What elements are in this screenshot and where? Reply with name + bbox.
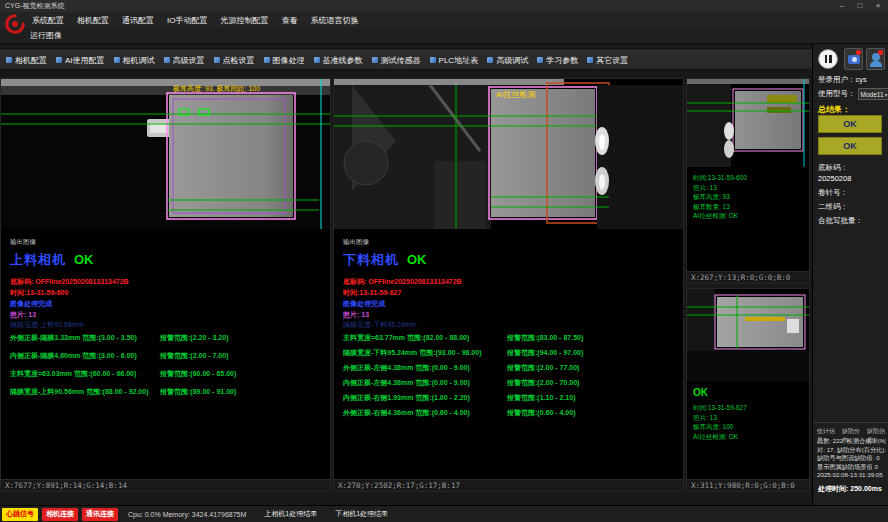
alarm-range: 报警范围:(2.00 - 70.00) xyxy=(507,378,579,388)
toolbar-item[interactable]: 其它设置 xyxy=(587,55,628,66)
pause-button[interactable] xyxy=(818,49,838,69)
aux1-coordinate-bar: X:267;Y:13;R:0;G:0;B:0 xyxy=(687,271,809,283)
toolbar-item-label: 相机配置 xyxy=(15,55,47,66)
toolbar-item-label: 基准线参数 xyxy=(323,55,363,66)
measurement-row: 内侧正极-隔膜4.60mm 范围:(3.00 - 6.00) 报警范围:(2.0… xyxy=(1,351,330,361)
measurement-list: 外侧正极-隔膜3.33mm 范围:(3.00 - 3.50) 报警范围:(2.2… xyxy=(1,333,330,405)
model-select[interactable]: Mode11 ▾ xyxy=(858,88,888,100)
cpu-memory-readout: Cpu: 0.0% Memory: 3424.41796875M xyxy=(128,511,246,518)
toolbar-item[interactable]: 点检设置 xyxy=(214,55,255,66)
camera-tool-button[interactable] xyxy=(844,48,863,70)
camera-title: 下料相机OK xyxy=(343,251,427,269)
toolbar-item[interactable]: 图像处理 xyxy=(264,55,305,66)
alarm-range: 报警范围:(2.00 - 77.00) xyxy=(507,363,579,373)
chevron-down-icon: ▾ xyxy=(884,91,887,98)
minimize-button[interactable]: – xyxy=(837,0,847,12)
time-line: 时间:13-31-59-600 xyxy=(10,288,68,298)
measurement-value: 外侧正极-隔膜3.33mm 范围:(3.00 - 3.50) xyxy=(10,333,160,343)
toolbar-item[interactable]: 高级设置 xyxy=(164,55,205,66)
lower-overlay-text: AI拉丝检测 xyxy=(496,90,536,99)
aux-camera-image-2[interactable] xyxy=(687,289,809,381)
measurement-row: 外侧正极-隔膜3.33mm 范围:(3.00 - 3.50) 报警范围:(2.2… xyxy=(1,333,330,343)
window-controls: – □ × xyxy=(837,0,883,12)
barcode-line: 底标码: OFFline2025020813313472B xyxy=(343,277,462,287)
upper-camera-image[interactable]: 极耳高度: 93. 极耳间距: 100 xyxy=(1,79,330,229)
camera-name: 下料相机 xyxy=(343,252,399,267)
measurement-row: 外侧正极-右侧4.36mm 范围:(0.60 - 4.00) 报警范围:(0.6… xyxy=(334,408,683,418)
alarm-range: 报警范围:(1.10 - 2.10) xyxy=(507,393,575,403)
photo-count-line: 照片: 13 xyxy=(10,310,36,320)
menu-item[interactable]: 相机配置 xyxy=(77,15,109,26)
toolbar-item-label: 图像处理 xyxy=(273,55,305,66)
pixel-readout: X:311;Y:980;R:0;G:0;B:0 xyxy=(691,481,795,490)
app-logo-icon xyxy=(4,13,26,35)
alarm-range: 报警范围:(0.60 - 4.00) xyxy=(507,408,575,418)
toolbar-item-label: 其它设置 xyxy=(596,55,628,66)
result-ok-badge: OK xyxy=(74,252,94,267)
menu-item[interactable]: 通讯配置 xyxy=(122,15,154,26)
alarm-range: 报警范围:(89.00 - 91.00) xyxy=(160,387,236,397)
toolbar-item-label: PLC地址表 xyxy=(439,55,479,66)
upper-coordinate-bar: X:7677;Y:891;R:14;G:14;B:14 xyxy=(1,479,330,491)
toolbar-item[interactable]: 相机配置 xyxy=(6,55,47,66)
stats-line: 总数: 222, 检测合格率(%): xyxy=(817,437,886,446)
lower-camera-result-status: 下相机1处理结果 xyxy=(335,509,388,519)
aux-camera-image-1[interactable] xyxy=(687,79,809,167)
toolbar-item-label: 高级设置 xyxy=(173,55,205,66)
toolbar-item[interactable]: 高级调试 xyxy=(487,55,528,66)
toolbar-item[interactable]: AI使用配置 xyxy=(56,55,105,66)
upper-camera-panel: 极耳高度: 93. 极耳间距: 100 输出图像 上料相机OK 底标码: OFF… xyxy=(0,78,331,492)
aux-result-line: 极耳高度: 93 xyxy=(693,192,809,202)
measurement-row: 隔膜宽度-下料95.24mm 范围:(93.00 - 98.00) 报警范围:(… xyxy=(334,348,683,358)
aux-result-line: 极耳高度: 100 xyxy=(693,422,809,432)
toolbar-item-icon xyxy=(314,57,320,63)
toolbar-item-icon xyxy=(164,57,170,63)
toolbar-item-icon xyxy=(430,57,436,63)
menu-item[interactable]: IO手动配置 xyxy=(167,15,207,26)
measurement-row: 内侧正极-右侧1.93mm 范围:(1.00 - 2.20) 报警范围:(1.1… xyxy=(334,393,683,403)
tab-run-image[interactable]: 运行图像 xyxy=(30,30,62,41)
toolbar-item[interactable]: PLC地址表 xyxy=(430,55,479,66)
model-value: Mode11 xyxy=(861,91,884,98)
menu-item[interactable]: 查看 xyxy=(281,15,297,26)
camera-icon xyxy=(848,55,860,64)
sidebar-barcode-value: 20250208 xyxy=(818,174,851,183)
login-user-label: 登录用户： xyxy=(818,75,856,84)
toolbar-item-icon xyxy=(487,57,493,63)
operator-tool-button[interactable] xyxy=(866,48,885,70)
toolbar-item-label: 相机调试 xyxy=(123,55,155,66)
total-result-label: 总结果： xyxy=(818,104,850,115)
toolbar-item[interactable]: 测试传感器 xyxy=(372,55,421,66)
menu-item[interactable]: 系统配置 xyxy=(32,15,64,26)
aux-result-line: AI拉丝检测: OK xyxy=(693,432,809,442)
aux-result-line: 时间:13-31-59-627 xyxy=(693,403,809,413)
batch-write-label: 合批写批量： xyxy=(818,216,863,226)
sidebar-barcode-label: 底标码： xyxy=(818,163,848,173)
lower-camera-image[interactable]: AI拉丝检测 xyxy=(334,79,683,229)
alarm-range: 报警范围:(83.00 - 87.50) xyxy=(507,333,583,343)
close-button[interactable]: × xyxy=(873,0,883,12)
process-status-line: 图像处理完成 xyxy=(10,299,52,309)
time-line: 时间:13-31-59-627 xyxy=(343,288,401,298)
toolbar-item[interactable]: 基准线参数 xyxy=(314,55,363,66)
aux1-lines: 时间:13-31-59-600照片: 13极耳高度: 93极耳数量: 13AI拉… xyxy=(687,167,809,221)
aux-result-line: 时间:13-31-59-600 xyxy=(693,173,809,183)
comm-connection-chip: 通讯连接 xyxy=(82,508,118,521)
dim-measure-line: 隔膜宽度-上料90.56mm xyxy=(10,320,84,330)
photo-count-line: 照片: 13 xyxy=(343,310,369,320)
toolbar-item[interactable]: 相机调试 xyxy=(114,55,155,66)
toolbar-item[interactable]: 学习参数 xyxy=(537,55,578,66)
barcode-line: 底标码: OFFline2025020813313472B xyxy=(10,277,129,287)
measurement-value: 主料宽度=63.77mm 范围:(82.00 - 88.00) xyxy=(343,333,507,343)
measurement-value: 外侧正极-右侧4.36mm 范围:(0.60 - 4.00) xyxy=(343,408,507,418)
aux-result-line: 照片: 13 xyxy=(693,183,809,193)
pause-icon xyxy=(825,55,828,63)
menu-item[interactable]: 系统语言切换 xyxy=(310,15,358,26)
measurement-value: 外侧正极-左侧4.38mm 范围:(0.00 - 9.00) xyxy=(343,363,507,373)
menu-item[interactable]: 光源控制配置 xyxy=(220,15,268,26)
maximize-button[interactable]: □ xyxy=(855,0,865,12)
aux-result-line: 极耳数量: 13 xyxy=(693,202,809,212)
toolbar-item-icon xyxy=(114,57,120,63)
upper-result-text: 输出图像 上料相机OK 底标码: OFFline2025020813313472… xyxy=(1,229,330,479)
sidebar-divider xyxy=(813,422,888,423)
